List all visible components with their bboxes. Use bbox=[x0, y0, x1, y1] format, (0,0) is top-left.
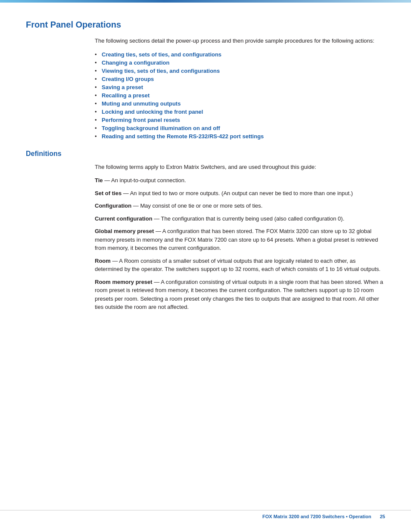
definition-term: Set of ties bbox=[95, 190, 121, 196]
bullet-item[interactable]: Muting and unmuting outputs bbox=[95, 100, 385, 107]
definitions-intro: The following terms apply to Extron Matr… bbox=[95, 163, 385, 171]
bullet-item[interactable]: Creating I/O groups bbox=[95, 76, 385, 82]
bullet-item[interactable]: Performing front panel resets bbox=[95, 117, 385, 123]
definitions-title: Definitions bbox=[26, 150, 385, 158]
definition-term: Tie bbox=[95, 177, 103, 184]
bullet-item[interactable]: Viewing ties, sets of ties, and configur… bbox=[95, 68, 385, 74]
definition-block: Global memory preset — A configuration t… bbox=[95, 227, 385, 252]
footer-page-number: 25 bbox=[380, 514, 385, 519]
bullet-item[interactable]: Reading and setting the Remote RS-232/RS… bbox=[95, 133, 385, 140]
definition-block: Set of ties — An input tied to two or mo… bbox=[95, 189, 385, 198]
bullet-item[interactable]: Locking and unlocking the front panel bbox=[95, 109, 385, 115]
definition-block: Room memory preset — A configuration con… bbox=[95, 278, 385, 311]
bullet-item[interactable]: Toggling background illumination on and … bbox=[95, 125, 385, 131]
definition-block: Configuration — May consist of one tie o… bbox=[95, 202, 385, 210]
definitions-container: Tie — An input-to-output connection.Set … bbox=[26, 176, 385, 311]
definition-block: Tie — An input-to-output connection. bbox=[95, 176, 385, 185]
definition-term: Room bbox=[95, 258, 111, 264]
definition-term: Configuration bbox=[95, 202, 131, 209]
intro-paragraph: The following sections detail the power-… bbox=[95, 37, 385, 45]
definition-block: Room — A Room consists of a smaller subs… bbox=[95, 257, 385, 274]
definition-term: Current configuration bbox=[95, 215, 153, 222]
definition-term: Room memory preset bbox=[95, 279, 153, 285]
bullet-item[interactable]: Recalling a preset bbox=[95, 92, 385, 99]
page-title: Front Panel Operations bbox=[26, 20, 385, 30]
bullet-item[interactable]: Changing a configuration bbox=[95, 59, 385, 66]
page-footer: FOX Matrix 3200 and 7200 Switchers • Ope… bbox=[0, 510, 411, 519]
definition-block: Current configuration — The configuratio… bbox=[95, 215, 385, 223]
footer-text: FOX Matrix 3200 and 7200 Switchers • Ope… bbox=[262, 514, 371, 519]
bullet-item[interactable]: Creating ties, sets of ties, and configu… bbox=[95, 51, 385, 58]
bullet-item[interactable]: Saving a preset bbox=[95, 84, 385, 90]
definition-term: Global memory preset bbox=[95, 228, 154, 234]
bullet-list: Creating ties, sets of ties, and configu… bbox=[95, 51, 385, 140]
